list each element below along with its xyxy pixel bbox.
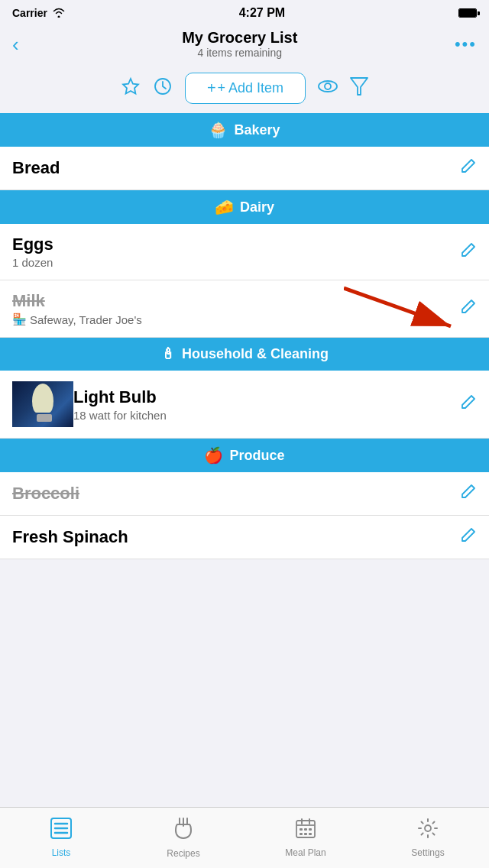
status-right bbox=[458, 8, 477, 18]
lightbulb-image bbox=[12, 381, 73, 427]
svg-rect-23 bbox=[309, 833, 312, 835]
battery-icon bbox=[458, 8, 477, 18]
edit-eggs-button[interactable] bbox=[460, 241, 477, 263]
dairy-label: Dairy bbox=[240, 199, 274, 215]
item-name: Eggs bbox=[12, 235, 454, 254]
status-time: 4:27 PM bbox=[239, 6, 285, 20]
item-broccoli: Broccoli bbox=[12, 484, 454, 504]
filter-icon[interactable] bbox=[350, 76, 368, 101]
status-left: Carrier bbox=[12, 7, 66, 20]
item-bread: Bread bbox=[12, 158, 454, 178]
list-item: Bread bbox=[0, 147, 489, 190]
carrier-label: Carrier bbox=[12, 7, 47, 19]
more-button[interactable]: ••• bbox=[455, 34, 477, 54]
store-icon: 🏪 bbox=[12, 313, 27, 326]
svg-marker-4 bbox=[351, 78, 368, 95]
item-name: Bread bbox=[12, 158, 454, 178]
edit-lightbulb-button[interactable] bbox=[460, 394, 477, 415]
item-lightbulb: Light Bulb 18 watt for kitchen bbox=[73, 387, 454, 422]
item-detail: 1 dozen bbox=[12, 256, 454, 269]
svg-point-2 bbox=[319, 81, 337, 92]
category-household: 🕯 Household & Cleaning bbox=[0, 338, 489, 371]
settings-nav-label: Settings bbox=[411, 847, 444, 858]
status-bar: Carrier 4:27 PM bbox=[0, 0, 489, 24]
svg-point-3 bbox=[325, 83, 331, 89]
bottom-nav: Lists Recipes bbox=[0, 807, 489, 868]
household-icon: 🕯 bbox=[160, 345, 176, 363]
dairy-icon: 🧀 bbox=[215, 198, 234, 216]
items-remaining: 4 items remaining bbox=[25, 47, 455, 59]
item-detail: 18 watt for kitchen bbox=[73, 409, 454, 422]
item-name: Light Bulb bbox=[73, 387, 454, 407]
bakery-label: Bakery bbox=[234, 122, 280, 138]
nav-settings[interactable]: Settings bbox=[367, 808, 489, 868]
svg-rect-18 bbox=[300, 828, 303, 831]
svg-point-24 bbox=[425, 825, 431, 831]
item-milk: Milk 🏪 Safeway, Trader Joe's bbox=[12, 291, 454, 326]
recipes-nav-icon bbox=[173, 817, 193, 845]
visibility-icon[interactable] bbox=[318, 78, 338, 99]
favorites-icon[interactable] bbox=[121, 76, 141, 101]
header: ‹ My Grocery List 4 items remaining ••• bbox=[0, 24, 489, 66]
content: 🧁 Bakery Bread 🧀 Dairy Eggs 1 dozen bbox=[0, 113, 489, 620]
meal-plan-nav-icon bbox=[295, 818, 316, 844]
add-item-label: + Add Item bbox=[218, 80, 284, 96]
lists-nav-icon bbox=[50, 818, 73, 844]
add-item-button[interactable]: + + Add Item bbox=[185, 73, 306, 104]
dairy-section: 🧀 Dairy Eggs 1 dozen Milk 🏪 Safeway, Tra… bbox=[0, 190, 489, 338]
edit-spinach-button[interactable] bbox=[460, 526, 477, 548]
item-eggs: Eggs 1 dozen bbox=[12, 235, 454, 269]
edit-broccoli-button[interactable] bbox=[460, 483, 477, 504]
history-icon[interactable] bbox=[153, 76, 173, 101]
produce-icon: 🍎 bbox=[204, 446, 223, 465]
nav-recipes[interactable]: Recipes bbox=[122, 808, 244, 868]
item-name: Milk bbox=[12, 291, 454, 311]
item-spinach: Fresh Spinach bbox=[12, 527, 454, 547]
svg-rect-21 bbox=[300, 833, 303, 835]
household-label: Household & Cleaning bbox=[182, 346, 329, 362]
edit-bread-button[interactable] bbox=[460, 157, 477, 179]
svg-marker-0 bbox=[123, 79, 138, 94]
page-title: My Grocery List bbox=[25, 29, 455, 47]
list-item: Broccoli bbox=[0, 472, 489, 516]
category-dairy: 🧀 Dairy bbox=[0, 190, 489, 224]
svg-rect-19 bbox=[304, 828, 307, 831]
wifi-icon bbox=[52, 7, 66, 20]
add-item-plus-icon: + bbox=[207, 79, 216, 97]
back-button[interactable]: ‹ bbox=[12, 31, 25, 57]
nav-lists[interactable]: Lists bbox=[0, 808, 122, 868]
category-bakery: 🧁 Bakery bbox=[0, 113, 489, 147]
list-item: Eggs 1 dozen bbox=[0, 224, 489, 280]
header-title-block: My Grocery List 4 items remaining bbox=[25, 29, 455, 59]
list-item: Fresh Spinach bbox=[0, 516, 489, 559]
meal-plan-nav-label: Meal Plan bbox=[285, 847, 325, 858]
lists-nav-label: Lists bbox=[52, 847, 71, 858]
item-name: Fresh Spinach bbox=[12, 527, 454, 547]
settings-nav-icon bbox=[417, 818, 439, 844]
svg-rect-20 bbox=[309, 828, 312, 831]
produce-label: Produce bbox=[229, 448, 284, 464]
svg-rect-22 bbox=[304, 833, 307, 835]
nav-meal-plan[interactable]: Meal Plan bbox=[244, 808, 367, 868]
edit-milk-button[interactable] bbox=[460, 298, 477, 319]
category-produce: 🍎 Produce bbox=[0, 439, 489, 472]
item-detail-store: 🏪 Safeway, Trader Joe's bbox=[12, 313, 454, 326]
store-names: Safeway, Trader Joe's bbox=[30, 313, 142, 326]
toolbar: + + Add Item bbox=[0, 66, 489, 113]
list-item: Light Bulb 18 watt for kitchen bbox=[0, 371, 489, 439]
item-name: Broccoli bbox=[12, 484, 454, 504]
bakery-icon: 🧁 bbox=[209, 121, 228, 139]
recipes-nav-label: Recipes bbox=[167, 848, 199, 859]
list-item: Milk 🏪 Safeway, Trader Joe's bbox=[0, 280, 489, 338]
